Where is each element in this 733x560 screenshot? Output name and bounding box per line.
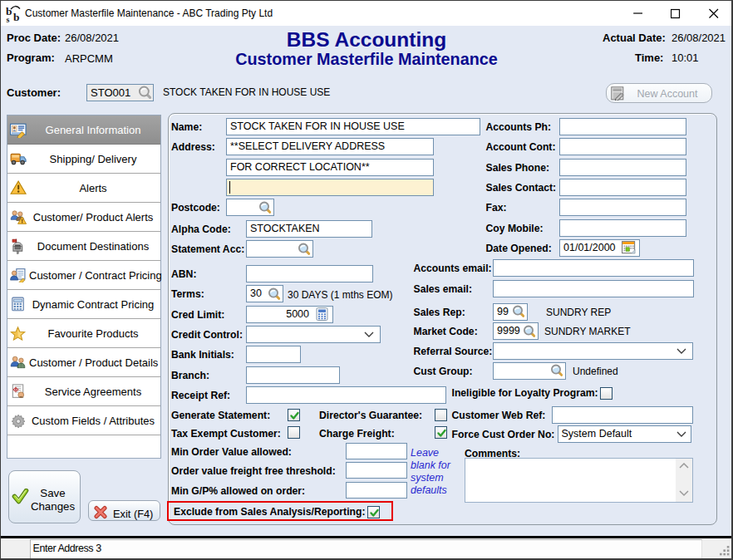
svg-text:b: b xyxy=(13,11,20,23)
svg-text:s: s xyxy=(7,15,10,24)
